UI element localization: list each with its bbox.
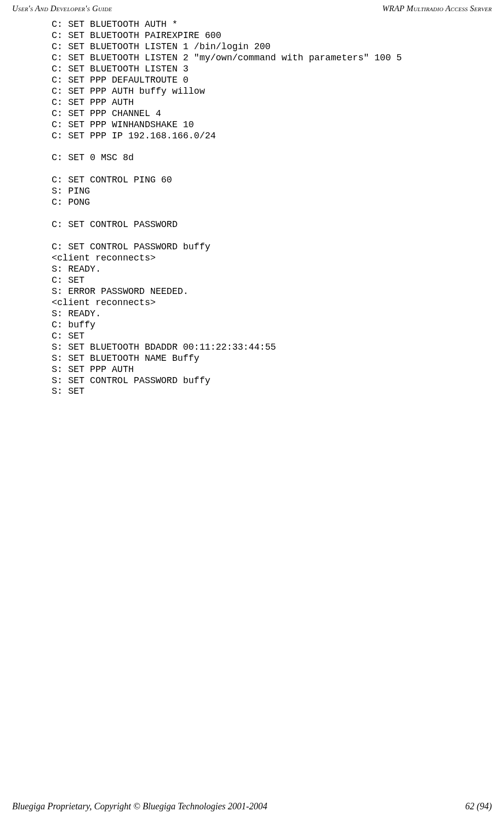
footer-right: 62 (94) xyxy=(466,801,492,812)
header-left: User's And Developer's Guide xyxy=(12,4,112,13)
page-footer: Bluegiga Proprietary, Copyright © Bluegi… xyxy=(12,801,492,812)
header-right: WRAP Multiradio Access Server xyxy=(382,4,492,13)
page-header: User's And Developer's Guide WRAP Multir… xyxy=(12,4,492,13)
code-block: C: SET BLUETOOTH AUTH * C: SET BLUETOOTH… xyxy=(52,19,402,397)
footer-left: Bluegiga Proprietary, Copyright © Bluegi… xyxy=(12,801,267,812)
